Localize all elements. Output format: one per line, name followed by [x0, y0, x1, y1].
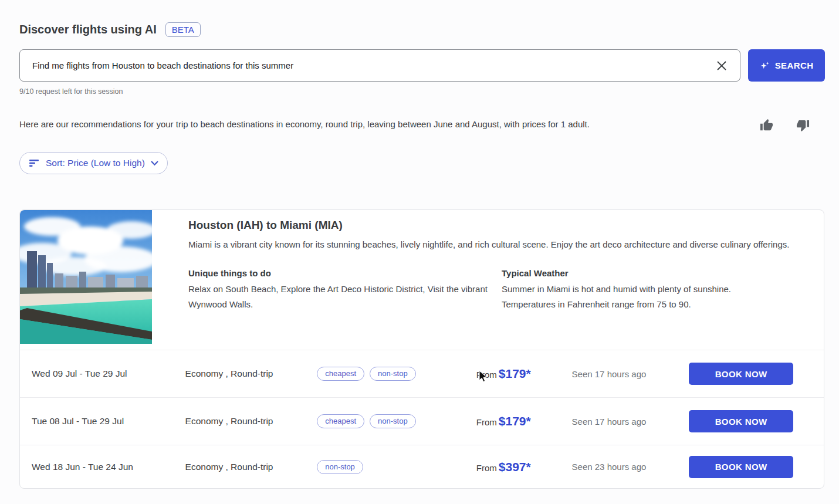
page-header: Discover flights using AI BETA: [19, 22, 825, 37]
flight-row: Wed 18 Jun - Tue 24 Jun Economy , Round-…: [20, 445, 824, 488]
page-title: Discover flights using AI: [19, 23, 157, 36]
beta-badge: BETA: [165, 22, 201, 37]
flight-price: From $397*: [476, 460, 572, 474]
close-icon: [716, 60, 727, 71]
search-input[interactable]: [31, 60, 713, 71]
feedback-buttons: [759, 117, 825, 135]
page: Discover flights using AI BETA SEARCH 9/…: [0, 0, 839, 489]
book-now-button[interactable]: BOOK NOW: [689, 363, 793, 385]
weather-text: Summer in Miami is hot and humid with pl…: [502, 282, 770, 312]
thumbs-down-button[interactable]: [795, 117, 811, 135]
sort-icon: [29, 159, 40, 167]
search-button[interactable]: SEARCH: [748, 49, 825, 82]
sparkle-icon: [760, 60, 770, 71]
price-value: $397*: [499, 460, 531, 474]
flight-row: Wed 09 Jul - Tue 29 Jul Economy , Round-…: [20, 350, 824, 397]
destination-card: Houston (IAH) to Miami (MIA) Miami is a …: [19, 209, 824, 489]
things-to-do-heading: Unique things to do: [188, 268, 502, 278]
things-to-do-text: Relax on South Beach, Explore the Art De…: [188, 282, 492, 312]
requests-left-text: 9/10 request left for this session: [19, 87, 825, 96]
flight-fare-type: Economy , Round-trip: [185, 462, 317, 472]
cheapest-badge: cheapest: [317, 367, 364, 381]
price-from-label: From: [476, 370, 497, 380]
book-now-button[interactable]: BOOK NOW: [689, 456, 793, 478]
book-now-button[interactable]: BOOK NOW: [689, 410, 793, 432]
flight-row: Tue 08 Jul - Tue 29 Jul Economy , Round-…: [20, 397, 824, 445]
card-columns: Unique things to do Relax on South Beach…: [188, 268, 800, 312]
route-description: Miami is a vibrant city known for its st…: [188, 237, 793, 252]
flight-badges: cheapestnon-stop: [317, 367, 476, 381]
clear-search-button[interactable]: [713, 58, 730, 73]
summary-row: Here are our recommendations for your tr…: [19, 117, 825, 135]
search-row: SEARCH: [19, 49, 825, 82]
route-title: Houston (IAH) to Miami (MIA): [188, 219, 800, 232]
card-top: Houston (IAH) to Miami (MIA) Miami is a …: [20, 210, 824, 350]
recommendation-summary: Here are our recommendations for your tr…: [19, 117, 735, 129]
flight-dates: Tue 08 Jul - Tue 29 Jul: [32, 416, 185, 427]
flight-badges: non-stop: [317, 460, 476, 474]
search-box[interactable]: [19, 49, 740, 82]
flight-dates: Wed 18 Jun - Tue 24 Jun: [32, 462, 185, 472]
destination-photo: [20, 210, 152, 344]
price-seen-ago: Seen 17 hours ago: [572, 369, 689, 379]
sort-label: Sort: Price (Low to High): [46, 158, 145, 168]
price-value: $179*: [499, 414, 531, 428]
flight-fare-type: Economy , Round-trip: [185, 416, 317, 427]
flight-fare-type: Economy , Round-trip: [185, 368, 317, 379]
flight-rows: Wed 09 Jul - Tue 29 Jul Economy , Round-…: [20, 350, 824, 488]
non-stop-badge: non-stop: [370, 367, 416, 381]
cheapest-badge: cheapest: [317, 414, 364, 428]
thumb-down-icon: [796, 119, 810, 132]
flight-price: From $179*: [476, 367, 572, 381]
search-button-label: SEARCH: [775, 60, 814, 70]
non-stop-badge: non-stop: [317, 460, 363, 474]
weather-section: Typical Weather Summer in Miami is hot a…: [502, 268, 800, 312]
sort-dropdown[interactable]: Sort: Price (Low to High): [19, 152, 168, 174]
chevron-down-icon: [151, 161, 158, 166]
price-from-label: From: [476, 417, 497, 427]
thumbs-up-button[interactable]: [759, 117, 774, 135]
price-seen-ago: Seen 23 hours ago: [572, 462, 689, 472]
things-to-do-section: Unique things to do Relax on South Beach…: [188, 268, 502, 312]
price-value: $179*: [499, 367, 531, 381]
weather-heading: Typical Weather: [502, 268, 800, 278]
flight-price: From $179*: [476, 414, 572, 428]
non-stop-badge: non-stop: [370, 414, 416, 428]
price-seen-ago: Seen 17 hours ago: [572, 417, 689, 427]
thumb-up-icon: [760, 119, 773, 132]
flight-dates: Wed 09 Jul - Tue 29 Jul: [32, 368, 185, 379]
price-from-label: From: [476, 463, 497, 473]
flight-badges: cheapestnon-stop: [317, 414, 476, 428]
card-info: Houston (IAH) to Miami (MIA) Miami is a …: [152, 210, 824, 350]
